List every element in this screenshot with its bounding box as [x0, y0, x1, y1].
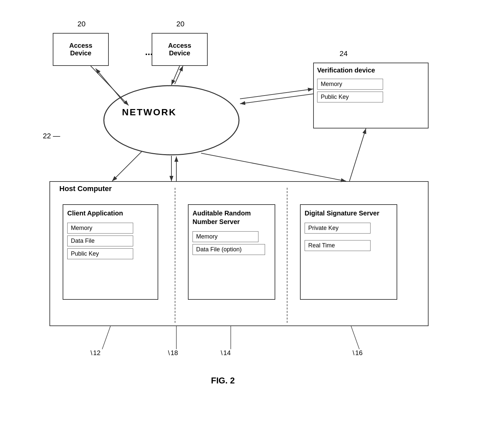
- svg-line-7: [240, 89, 313, 99]
- ref-12: /12: [91, 349, 101, 357]
- label-20-left: 20: [77, 20, 85, 28]
- svg-line-8: [240, 94, 313, 104]
- arns-box: Auditable Random Number Server Memory Da…: [188, 204, 275, 300]
- dss-real-time-box: Real Time: [305, 240, 371, 251]
- verification-device-title: Verification device: [317, 67, 425, 74]
- host-computer-title: Host Computer: [59, 184, 112, 193]
- label-20-center: 20: [176, 20, 184, 28]
- access-device-left: AccessDevice: [53, 33, 109, 66]
- network-label: NETWORK: [122, 107, 177, 118]
- svg-line-12: [201, 153, 346, 181]
- verification-public-key-box: Public Key: [317, 92, 383, 102]
- client-data-file-box: Data File: [67, 236, 133, 246]
- svg-line-6: [175, 66, 183, 84]
- svg-line-5: [171, 66, 180, 85]
- divider-1: [175, 188, 175, 323]
- client-memory-box: Memory: [67, 223, 133, 234]
- access-device-left-label: AccessDevice: [69, 42, 92, 57]
- verification-memory-box: Memory: [317, 79, 383, 90]
- dss-private-key-box: Private Key: [305, 223, 371, 234]
- ref-18: /18: [168, 349, 178, 357]
- client-public-key-box: Public Key: [67, 248, 133, 259]
- client-application-box: Client Application Memory Data File Publ…: [63, 204, 158, 300]
- svg-line-13: [102, 326, 110, 349]
- access-device-center-label: AccessDevice: [168, 42, 191, 57]
- divider-2: [287, 188, 287, 323]
- label-24: 24: [340, 49, 347, 58]
- dss-title: Digital Signature Server: [305, 209, 393, 217]
- ref-14: /14: [221, 349, 231, 357]
- svg-point-0: [104, 86, 239, 155]
- arns-memory-box: Memory: [193, 231, 258, 242]
- arns-data-file-option-box: Data File (option): [193, 244, 265, 255]
- svg-line-16: [351, 326, 359, 349]
- client-app-title: Client Application: [67, 209, 154, 217]
- figure-label: FIG. 2: [211, 376, 235, 386]
- label-22: 22 —: [43, 132, 60, 140]
- ref-16: /16: [353, 349, 363, 357]
- access-device-center: AccessDevice: [152, 33, 208, 66]
- verification-device: Verification device Memory Public Key: [313, 63, 429, 128]
- diagram: 20 20 24 AccessDevice AccessDevice ... N…: [26, 20, 452, 399]
- network-ellipse-svg: [102, 84, 241, 156]
- svg-line-17: [349, 128, 366, 181]
- dss-box: Digital Signature Server Private Key Rea…: [300, 204, 397, 300]
- arns-title: Auditable Random Number Server: [193, 209, 271, 226]
- dots: ...: [145, 47, 153, 57]
